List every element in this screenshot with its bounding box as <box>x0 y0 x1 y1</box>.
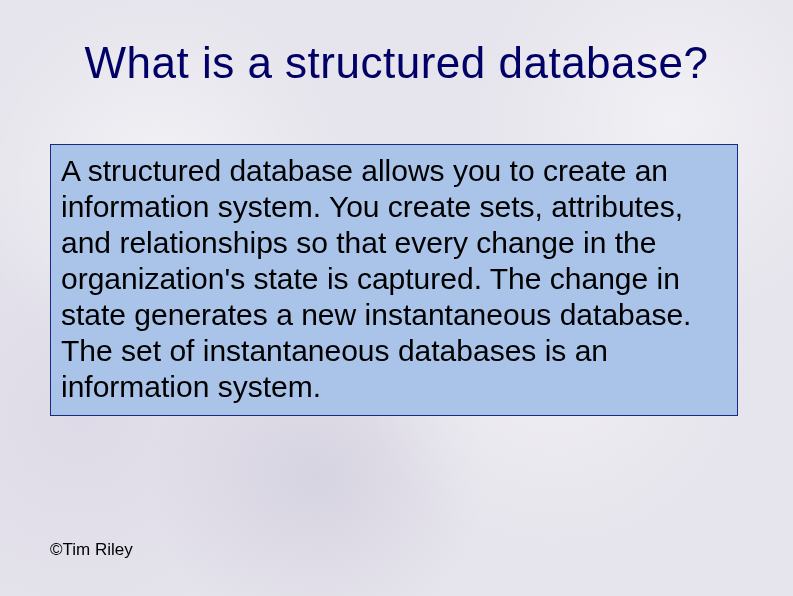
slide-body-text: A structured database allows you to crea… <box>61 153 727 405</box>
content-box: A structured database allows you to crea… <box>50 144 738 416</box>
slide-title: What is a structured database? <box>0 38 793 88</box>
copyright-text: ©Tim Riley <box>50 540 133 560</box>
